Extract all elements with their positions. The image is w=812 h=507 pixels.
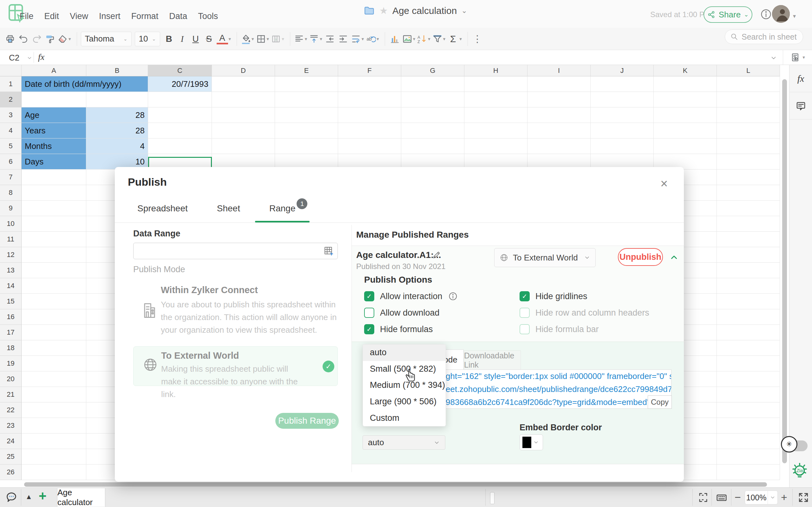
cell-L10[interactable] [717,216,780,232]
increase-indent-button[interactable] [338,32,349,46]
cell-F2[interactable] [338,92,401,107]
row-header-13[interactable]: 13 [0,263,21,278]
size-option-auto[interactable]: auto [363,344,446,361]
cell-A22[interactable] [21,402,86,418]
cell-H1[interactable] [464,76,527,92]
strikethrough-button[interactable]: S [203,32,215,46]
cell-L9[interactable] [717,201,780,216]
close-icon[interactable]: × [660,177,668,190]
cell-G3[interactable] [401,107,464,123]
cell-L3[interactable] [717,107,780,123]
cell-A14[interactable] [21,278,86,294]
column-header-J[interactable]: J [591,65,654,76]
cell-L25[interactable] [717,449,780,464]
menu-data[interactable]: Data [169,11,187,21]
cell-B2[interactable] [86,92,148,107]
info-icon[interactable] [760,8,772,20]
filter-button[interactable]: ▾ [432,32,446,46]
cell-B3[interactable]: 28 [86,107,148,123]
row-header-7[interactable]: 7 [0,170,21,185]
row-header-24[interactable]: 24 [0,434,21,449]
cell-A25[interactable] [21,449,86,464]
search-input[interactable]: Search in sheet [725,30,803,44]
menu-edit[interactable]: Edit [44,11,59,21]
decrease-indent-button[interactable] [324,32,336,46]
view-mode-button[interactable]: ▾ [783,50,812,65]
cell-L12[interactable] [717,247,780,263]
cell-L16[interactable] [717,309,780,325]
cell-E3[interactable] [275,107,338,123]
range-picker-icon[interactable] [323,246,334,257]
cell-I5[interactable] [527,138,591,154]
cell-H3[interactable] [464,107,527,123]
cell-I4[interactable] [527,123,591,138]
row-header-1[interactable]: 1 [0,76,21,92]
column-header-D[interactable]: D [212,65,275,76]
row-header-9[interactable]: 9 [0,201,21,216]
checkbox-unchecked-icon[interactable] [519,324,530,334]
underline-button[interactable]: U [190,32,201,46]
wrap-text-button[interactable]: ▾ [351,32,364,46]
cell-E1[interactable] [275,76,338,92]
cell-L14[interactable] [717,278,780,294]
cell-A12[interactable] [21,247,86,263]
sheet-tab-active[interactable]: Age calculator [57,488,105,507]
keyboard-shortcuts-button[interactable] [716,492,728,504]
sidebar-comments-button[interactable] [790,92,812,119]
cell-E4[interactable] [275,123,338,138]
tab-range[interactable]: Range1 [269,204,296,222]
cell-K1[interactable] [654,76,717,92]
visibility-select[interactable]: To External World [494,248,596,267]
accessibility-toggle-button[interactable]: ✳ [781,436,798,452]
cell-A9[interactable] [21,201,86,216]
cell-L1[interactable] [717,76,780,92]
cell-A3[interactable]: Age [21,107,86,123]
cell-A11[interactable] [21,232,86,247]
embed-border-color-picker[interactable] [519,435,543,450]
avatar-chevron-icon[interactable]: ▾ [793,13,796,20]
cell-H4[interactable] [464,123,527,138]
cell-A13[interactable] [21,263,86,278]
cell-L4[interactable] [717,123,780,138]
cell-A7[interactable] [21,170,86,185]
text-rotation-button[interactable]: ab▾ [366,32,379,46]
cell-D1[interactable] [212,76,275,92]
checkbox-unchecked-icon[interactable] [519,308,530,318]
cell-L15[interactable] [717,294,780,309]
tab-downloadable-link[interactable]: Downloadable Link [464,350,521,370]
cell-A4[interactable]: Years [21,123,86,138]
cell-A20[interactable] [21,372,86,387]
cell-A19[interactable] [21,356,86,372]
zoom-in-button[interactable]: + [781,491,787,504]
cell-K2[interactable] [654,92,717,107]
cell-J4[interactable] [591,123,654,138]
checkbox-unchecked-icon[interactable] [364,308,374,318]
fx-label[interactable]: fx [38,52,44,62]
cell-A5[interactable]: Months [21,138,86,154]
add-sheet-button[interactable]: + [39,488,47,504]
print-button[interactable] [4,32,16,46]
name-box-chevron-icon[interactable] [27,55,32,61]
cell-A1[interactable]: Date of birth (dd/mm/yyyy) [21,76,148,92]
cell-D4[interactable] [212,123,275,138]
checkbox-checked-icon[interactable]: ✓ [364,291,374,301]
cell-L21[interactable] [717,387,780,402]
cell-H5[interactable] [464,138,527,154]
column-header-H[interactable]: H [464,65,527,76]
row-header-5[interactable]: 5 [0,138,21,154]
cell-J3[interactable] [591,107,654,123]
tab-sheet[interactable]: Sheet [217,204,240,222]
row-header-3[interactable]: 3 [0,107,21,123]
italic-button[interactable]: I [177,32,188,46]
vertical-scrollbar[interactable] [782,79,787,463]
sheet-list-button[interactable]: ▲ [26,493,32,501]
cell-D5[interactable] [212,138,275,154]
option-hide-formula-bar[interactable]: Hide formula bar [519,321,684,337]
cell-K5[interactable] [654,138,717,154]
cell-L24[interactable] [717,434,780,449]
cell-F1[interactable] [338,76,401,92]
unpublish-button[interactable]: Unpublish [618,248,663,266]
cell-K3[interactable] [654,107,717,123]
column-header-A[interactable]: A [21,65,86,76]
row-header-10[interactable]: 10 [0,216,21,232]
